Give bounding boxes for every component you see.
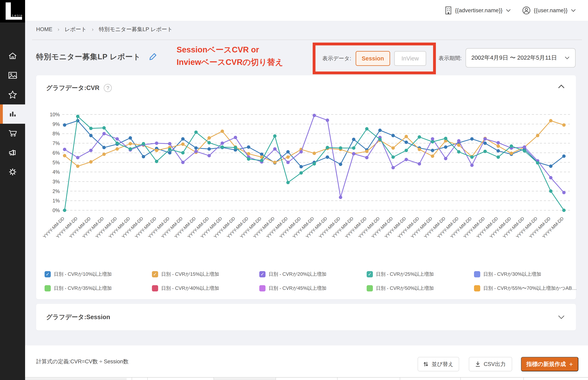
data-point: [181, 137, 185, 141]
collapse-up-icon[interactable]: [558, 85, 565, 89]
sidebar-item-star[interactable]: [0, 85, 25, 104]
legend-item[interactable]: 日別 - CVRが35%以上増加: [45, 284, 152, 292]
check-icon: ✓: [46, 271, 50, 277]
data-point: [181, 142, 185, 146]
data-point: [102, 146, 106, 149]
legend-color-swatch[interactable]: [45, 285, 51, 291]
inview-toggle-button[interactable]: InView: [394, 51, 426, 66]
legend-item[interactable]: 日別 - CVRが55%〜70%以上増加かつAB…: [474, 284, 581, 292]
breadcrumb-separator: ›: [58, 26, 59, 33]
data-point: [63, 209, 66, 212]
data-point: [89, 134, 92, 137]
legend-label: 日別 - CVRが55%〜70%以上増加かつAB…: [483, 285, 577, 291]
breadcrumb-home[interactable]: HOME: [36, 26, 52, 33]
divider: [32, 39, 582, 40]
check-icon: ✓: [261, 271, 264, 277]
data-point: [497, 149, 500, 153]
session-chart-card[interactable]: グラフデータ:Session: [36, 304, 576, 330]
sidebar-item-cart[interactable]: [0, 124, 25, 143]
top-bar: {{advertiser.name}} {{user.name}}: [25, 0, 588, 21]
data-point: [221, 142, 224, 145]
legend-color-swatch[interactable]: [474, 271, 480, 277]
edit-pencil-icon[interactable]: [149, 53, 157, 61]
data-point: [129, 142, 132, 145]
breadcrumb-current: 特別モニター募集LP レポート: [99, 26, 173, 33]
legend-label: 日別 - CVRが25%以上増加: [376, 271, 434, 277]
sidebar: [0, 22, 25, 380]
legend-label: 日別 - CVRが45%以上増加: [268, 285, 326, 291]
plus-icon: +: [569, 360, 573, 368]
data-point: [168, 142, 171, 145]
data-point: [391, 146, 395, 150]
data-point: [76, 165, 79, 168]
cvr-line-chart: 0%1%2%3%4%5%6%7%8%9%10%YYYY-MM-DDYYYY-MM…: [36, 105, 576, 266]
home-icon: [8, 51, 18, 61]
chevron-down-icon: [565, 56, 570, 59]
collapse-down-icon[interactable]: [558, 315, 565, 319]
data-point: [142, 155, 145, 158]
display-data-label: 表示データ:: [322, 55, 351, 62]
breadcrumb-separator: ›: [92, 26, 94, 33]
data-point: [155, 160, 158, 163]
breadcrumb-report[interactable]: レポート: [65, 26, 87, 33]
legend-item[interactable]: ✓日別 - CVRが25%以上増加: [367, 270, 474, 278]
table-cell: [214, 378, 276, 380]
legend-item[interactable]: 日別 - CVRが30%以上増加: [474, 270, 581, 278]
user-menu[interactable]: {{user.name}}: [522, 6, 576, 15]
sidebar-item-image[interactable]: [0, 66, 25, 85]
legend-color-swatch[interactable]: [474, 285, 480, 291]
chevron-down-icon: [506, 9, 511, 12]
sidebar-item-megaphone[interactable]: [0, 143, 25, 162]
data-point: [299, 150, 303, 154]
legend-color-swatch[interactable]: [152, 285, 158, 291]
table-column-divider: [460, 378, 461, 380]
sort-button[interactable]: 並び替え: [418, 357, 459, 371]
session-toggle-button[interactable]: Session: [356, 51, 390, 66]
legend-checkbox-checked[interactable]: ✓: [367, 271, 373, 277]
sidebar-item-bar-chart[interactable]: [0, 104, 25, 124]
data-point: [365, 127, 368, 131]
period-value: 2002年4月9日 〜 2022年5月11日: [471, 54, 557, 62]
series-line: [65, 121, 564, 167]
chart-legend-row-2: 日別 - CVRが35%以上増加日別 - CVRが40%以上増加日別 - CVR…: [45, 284, 581, 292]
period-select[interactable]: 2002年4月9日 〜 2022年5月11日: [465, 48, 576, 67]
data-point: [405, 158, 408, 161]
data-point: [483, 150, 487, 153]
sidebar-item-home[interactable]: [0, 47, 25, 66]
legend-item[interactable]: ✓日別 - CVRが10%以上増加: [45, 270, 152, 278]
legend-item[interactable]: 日別 - CVRが45%以上増加: [259, 284, 367, 292]
data-point: [286, 150, 290, 154]
data-point: [102, 132, 106, 135]
legend-item[interactable]: 日別 - CVRが50%以上増加: [367, 284, 474, 292]
legend-checkbox-checked[interactable]: ✓: [152, 271, 158, 277]
legend-checkbox-checked[interactable]: ✓: [45, 271, 51, 277]
data-point: [286, 155, 290, 159]
data-point: [247, 145, 250, 149]
data-point: [208, 136, 211, 140]
legend-item[interactable]: ✓日別 - CVRが20%以上増加: [259, 270, 367, 278]
y-tick-label: 9%: [53, 121, 60, 127]
data-point: [194, 146, 198, 150]
legend-item[interactable]: 日別 - CVRが40%以上増加: [152, 284, 259, 292]
data-point: [208, 147, 211, 151]
help-icon[interactable]: ?: [104, 84, 112, 92]
table-column-divider: [337, 378, 338, 380]
advertiser-menu[interactable]: {{advertiser.name}}: [445, 6, 511, 15]
chart-legend-row-1: ✓日別 - CVRが10%以上増加✓日別 - CVRが15%以上増加✓日別 - …: [45, 270, 581, 278]
legend-checkbox-checked[interactable]: ✓: [259, 271, 266, 277]
sort-arrows-icon: [423, 361, 428, 367]
data-point: [391, 134, 395, 137]
data-point: [562, 191, 566, 194]
legend-item[interactable]: ✓日別 - CVRが15%以上増加: [152, 270, 259, 278]
data-point: [89, 149, 92, 152]
gear-icon: [8, 167, 18, 177]
user-icon: [522, 6, 531, 15]
data-point: [247, 157, 250, 161]
data-point: [313, 162, 316, 166]
building-icon: [445, 6, 452, 15]
csv-export-button[interactable]: CSV出力: [469, 357, 512, 371]
create-metric-button[interactable]: 指標の新規作成 +: [521, 357, 578, 371]
legend-color-swatch[interactable]: [367, 285, 373, 291]
sidebar-item-gear[interactable]: [0, 162, 25, 182]
legend-color-swatch[interactable]: [259, 285, 266, 291]
